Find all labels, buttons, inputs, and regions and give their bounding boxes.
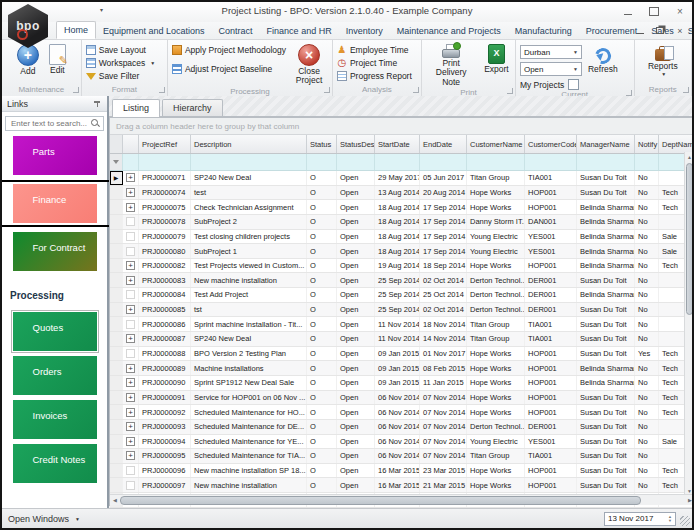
progress-report-button[interactable]: Progress Report [337,71,412,81]
grid-row[interactable]: PRJ0000079Test closing children projects… [110,230,694,245]
grid-row[interactable]: +PRJ0000083New machine installationOOpen… [110,273,694,288]
add-button[interactable]: + Add [13,43,43,77]
grid-row[interactable]: +PRJ0000092Scheduled Maintenance for HO.… [110,405,694,420]
doc-restore-icon[interactable] [654,25,666,36]
grid-row[interactable]: PRJ0000084Test Add ProjectOOpen25 Sep 20… [110,288,694,303]
expand-plus-icon[interactable]: + [126,261,135,270]
my-projects-checkbox[interactable] [568,79,579,90]
grid-row[interactable]: +PRJ0000074testOOpen13 Aug 201420 Aug 20… [110,186,694,201]
filter-cell-description[interactable] [191,154,307,170]
minimize-button[interactable] [620,4,636,18]
dialog-launcher-icon[interactable] [159,87,165,93]
expand-plus-icon[interactable]: + [126,451,135,460]
column-header-status[interactable]: Status [307,135,337,153]
sidebar-tile-invoices[interactable]: Invoices [2,400,107,439]
tab-hierarchy[interactable]: Hierarchy [162,99,223,116]
grid-row[interactable]: +PRJ0000091Service for HOP001 on 06 Nov … [110,391,694,406]
expand-plus-icon[interactable]: + [126,334,135,343]
column-header-projectref[interactable]: ProjectRef [139,135,191,153]
expand-plus-icon[interactable]: + [126,422,135,431]
filter-cell-managername[interactable] [577,154,635,170]
expand-plus-icon[interactable]: + [126,188,135,197]
ribbon-tab-maintenance-and-projects[interactable]: Maintenance and Projects [390,23,508,39]
column-header-enddate[interactable]: EndDate [420,135,467,153]
grid-row[interactable]: +PRJ0000089Machine installationsOOpen09 … [110,361,694,376]
expand-plus-icon[interactable]: + [126,364,135,373]
spin-down-icon[interactable]: ▼ [668,519,672,523]
date-picker[interactable]: 13 Nov 2017 ▲▼ [604,512,676,526]
maximize-button[interactable] [646,4,662,18]
pin-icon[interactable] [93,99,102,108]
dialog-launcher-icon[interactable] [507,88,513,94]
grid-row[interactable]: PRJ0000086Sprint machine installation - … [110,317,694,332]
grid-row[interactable]: +PRJ0000087SP240 New DealOOpen11 Nov 201… [110,332,694,347]
status-dropdown[interactable]: Open▼ [520,62,582,76]
grid-row[interactable]: +PRJ0000090Sprint SP1912 New Deal SaleOO… [110,376,694,391]
search-input[interactable] [9,118,91,129]
sidebar-tile-orders[interactable]: Orders [2,356,107,395]
expand-plus-icon[interactable]: + [126,173,135,182]
filter-cell-statusdesc[interactable] [337,154,375,170]
vertical-scroll-thumb[interactable] [686,163,693,315]
grid-row[interactable]: +PRJ0000094Scheduled Maintenance for YE.… [110,435,694,450]
sidebar-tile-quotes[interactable]: Quotes [2,312,107,351]
column-header-customername[interactable]: CustomerName [467,135,525,153]
expand-plus-icon[interactable]: + [126,203,135,212]
dialog-launcher-icon[interactable] [73,87,79,93]
column-header-startdate[interactable]: StartDate [375,135,420,153]
sidebar-tile-parts[interactable]: Parts [2,136,107,175]
grid-row[interactable]: +PRJ0000085tstOOpen25 Sep 201402 Oct 201… [110,303,694,318]
vertical-scrollbar[interactable]: ▲ ▼ [684,152,694,496]
ribbon-tab-inventory[interactable]: Inventory [339,23,390,39]
sidebar-tile-finance[interactable]: Finance [2,184,107,223]
employee-time-button[interactable]: ♟Employee Time [337,45,412,55]
apply-project-methodology-button[interactable]: Apply Project Methodology [172,45,286,55]
filter-cell-status[interactable] [307,154,337,170]
expand-plus-icon[interactable]: + [126,378,135,387]
filter-cell-enddate[interactable] [420,154,467,170]
column-header-managername[interactable]: ManagerName [577,135,635,153]
dialog-launcher-icon[interactable] [324,87,330,93]
doc-minimize-icon[interactable] [634,25,646,36]
dialog-launcher-icon[interactable] [413,87,419,93]
dialog-launcher-icon[interactable] [683,87,689,93]
branch-dropdown[interactable]: Durban▼ [520,45,582,59]
save-filter-button[interactable]: Save Filter [86,71,156,81]
tab-listing[interactable]: Listing [112,99,160,117]
expand-plus-icon[interactable]: + [126,305,135,314]
horizontal-scrollbar[interactable]: ◀ ▶ [110,494,694,505]
expand-plus-icon[interactable]: + [126,276,135,285]
workspaces-button[interactable]: Workspaces▼ [86,58,156,68]
print-delivery-note-button[interactable]: Print Delivery Note [424,43,478,88]
column-header-customercode[interactable]: CustomerCode [525,135,577,153]
grid-row[interactable]: PRJ0000080SubProject 1OOpen18 Aug 201417… [110,244,694,259]
filter-cell-notify[interactable] [635,154,659,170]
sidebar-tile-for-contract[interactable]: For Contract [2,232,107,271]
grid-row[interactable]: +PRJ0000082Test Projects viewed in Custo… [110,259,694,274]
refresh-button[interactable]: Refresh [584,47,622,75]
expand-plus-icon[interactable]: + [126,408,135,417]
adjust-project-baseline-button[interactable]: Adjust Project Baseline [172,64,286,74]
filter-cell-projectref[interactable] [139,154,191,170]
scroll-left-icon[interactable]: ◀ [110,497,120,503]
horizontal-scroll-thumb[interactable] [120,496,641,505]
scroll-right-icon[interactable]: ▶ [685,497,694,503]
sidebar-tile-credit-notes[interactable]: Credit Notes [2,444,107,483]
open-windows-button[interactable]: Open Windows ▼ [8,514,80,524]
ribbon-tab-equipment-and-locations[interactable]: Equipment and Locations [96,23,212,39]
ribbon-tab-manufacturing[interactable]: Manufacturing [508,23,579,39]
scroll-up-icon[interactable]: ▲ [685,152,694,162]
grid-row[interactable]: PRJ0000088BPO Version 2 Testing PlanOOpe… [110,347,694,362]
filter-cell-customercode[interactable] [525,154,577,170]
project-time-button[interactable]: ◷Project Time [337,58,412,68]
column-header-notify[interactable]: Notify [635,135,659,153]
ribbon-tab-contract[interactable]: Contract [212,23,260,39]
grid-row[interactable]: PRJ0000096New machine installation SP 18… [110,464,694,479]
column-header-deptname[interactable]: DeptName [659,135,694,153]
search-icon[interactable] [91,119,100,128]
ribbon-tab-finance-and-hr[interactable]: Finance and HR [260,23,339,39]
column-header-statusdesc[interactable]: StatusDesc [337,135,375,153]
column-header-description[interactable]: Description [191,135,307,153]
resize-grip[interactable] [680,516,690,526]
grid-row[interactable]: +PRJ0000093Scheduled Maintenance for DE.… [110,420,694,435]
